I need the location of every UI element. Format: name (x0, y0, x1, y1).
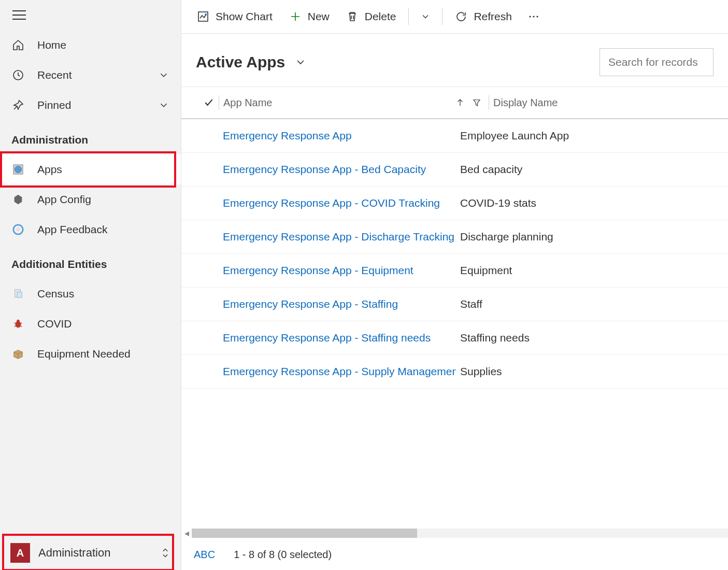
new-button[interactable]: New (282, 5, 337, 28)
show-chart-label: Show Chart (216, 10, 273, 23)
scroll-track (192, 529, 728, 538)
display-name-cell: Supplies (456, 365, 723, 378)
area-switcher[interactable]: A Administration (0, 536, 181, 570)
clock-icon (11, 68, 25, 82)
delete-dropdown-button[interactable] (414, 6, 437, 27)
nav-covid-label: COVID (37, 318, 72, 330)
nav-app-config-label: App Config (37, 193, 91, 206)
view-title: Active Apps (196, 53, 285, 71)
new-label: New (308, 10, 330, 23)
select-all-checkbox[interactable] (187, 97, 219, 108)
table-row[interactable]: Emergency Response App - Bed CapacityBed… (181, 153, 728, 187)
globe-icon (11, 163, 25, 176)
scroll-left-icon: ◂ (181, 528, 192, 538)
app-name-link[interactable]: Emergency Response App - Equipment (223, 264, 413, 276)
nav-app-feedback[interactable]: App Feedback (0, 215, 181, 245)
view-dropdown-button[interactable] (294, 56, 307, 68)
main-content: Show Chart New Delete Refresh (181, 0, 728, 570)
document-icon (11, 287, 25, 301)
scroll-thumb[interactable] (192, 529, 417, 538)
nav-census[interactable]: Census (0, 279, 181, 309)
filter-icon[interactable] (472, 98, 481, 107)
chevron-down-icon (420, 11, 431, 22)
table-row[interactable]: Emergency Response App - StaffingStaff (181, 288, 728, 321)
column-header-app-name[interactable]: App Name (219, 97, 455, 109)
svg-point-5 (16, 227, 20, 231)
section-header-additional: Additional Entities (0, 245, 181, 279)
app-name-link[interactable]: Emergency Response App - Discharge Track… (223, 231, 456, 243)
app-name-link[interactable]: Emergency Response App - COVID Tracking (223, 197, 440, 209)
table-row[interactable]: Emergency Response App - EquipmentEquipm… (181, 254, 728, 288)
more-icon (527, 10, 540, 23)
svg-marker-3 (15, 195, 22, 204)
horizontal-scrollbar[interactable]: ◂ (181, 527, 728, 539)
table-row[interactable]: Emergency Response AppEmployee Launch Ap… (181, 119, 728, 153)
delete-button[interactable]: Delete (339, 5, 404, 28)
alpha-filter-button[interactable]: ABC (194, 549, 215, 561)
search-input[interactable] (599, 48, 713, 76)
svg-point-13 (536, 16, 538, 17)
app-name-link[interactable]: Emergency Response App - Staffing needs (223, 332, 431, 344)
column-header-display-name[interactable]: Display Name (489, 97, 723, 109)
feedback-icon (11, 223, 25, 236)
nav-recent-label: Recent (37, 69, 72, 81)
toolbar-separator (442, 8, 442, 25)
nav-covid[interactable]: COVID (0, 309, 181, 339)
display-name-cell: Bed capacity (456, 163, 723, 176)
display-name-cell: Staffing needs (456, 332, 723, 344)
app-name-link[interactable]: Emergency Response App - Staffing (223, 298, 398, 310)
table-row[interactable]: Emergency Response App - COVID TrackingC… (181, 187, 728, 220)
chevron-updown-icon (160, 547, 170, 559)
refresh-icon (455, 10, 467, 23)
chevron-down-icon (158, 99, 169, 111)
svg-rect-7 (17, 292, 22, 297)
table-row[interactable]: Emergency Response App - Supply Manageme… (181, 355, 728, 389)
display-name-cell: Staff (456, 298, 723, 310)
show-chart-button[interactable]: Show Chart (190, 5, 280, 28)
display-name-cell: Discharge planning (456, 231, 723, 243)
plus-icon (289, 10, 302, 23)
grid-header: App Name Display Name (181, 87, 728, 119)
more-commands-button[interactable] (521, 5, 546, 28)
sidebar: Home Recent Pinned Administration Apps (0, 0, 181, 570)
toolbar-separator (408, 8, 409, 25)
box-icon (11, 347, 25, 361)
app-name-link[interactable]: Emergency Response App - Supply Manageme… (223, 365, 456, 377)
app-name-link[interactable]: Emergency Response App (223, 130, 352, 141)
nav-recent[interactable]: Recent (0, 60, 181, 90)
svg-point-11 (529, 16, 531, 17)
delete-label: Delete (365, 10, 396, 23)
nav-equipment-needed[interactable]: Equipment Needed (0, 339, 181, 369)
nav-apps-label: Apps (37, 163, 62, 176)
record-count-status: 1 - 8 of 8 (0 selected) (234, 549, 332, 561)
hamburger-menu-button[interactable] (0, 0, 181, 30)
table-row[interactable]: Emergency Response App - Staffing needsS… (181, 321, 728, 355)
trash-icon (346, 10, 359, 23)
nav-apps[interactable]: Apps (0, 154, 181, 184)
nav-app-config[interactable]: App Config (0, 184, 181, 215)
data-grid: App Name Display Name Emergency Response… (181, 87, 728, 527)
display-name-cell: Equipment (456, 264, 723, 277)
svg-point-2 (15, 166, 22, 173)
bug-icon (11, 317, 25, 331)
table-row[interactable]: Emergency Response App - Discharge Track… (181, 220, 728, 254)
home-icon (11, 38, 25, 52)
pin-icon (11, 98, 25, 112)
view-header: Active Apps (181, 34, 728, 87)
refresh-label: Refresh (474, 10, 512, 23)
section-header-administration: Administration (0, 120, 181, 154)
toolbar: Show Chart New Delete Refresh (181, 0, 728, 34)
svg-point-9 (17, 320, 20, 323)
chart-icon (197, 10, 209, 23)
grid-footer: ABC 1 - 8 of 8 (0 selected) (181, 539, 728, 570)
display-name-cell: COVID-19 stats (456, 197, 723, 209)
nav-home[interactable]: Home (0, 30, 181, 60)
sort-asc-icon[interactable] (455, 98, 465, 107)
refresh-button[interactable]: Refresh (448, 5, 519, 28)
area-badge: A (10, 543, 30, 563)
chevron-down-icon (158, 69, 169, 81)
nav-pinned[interactable]: Pinned (0, 90, 181, 120)
app-name-link[interactable]: Emergency Response App - Bed Capacity (223, 163, 426, 175)
nav-home-label: Home (37, 39, 66, 51)
display-name-cell: Employee Launch App (456, 130, 723, 142)
